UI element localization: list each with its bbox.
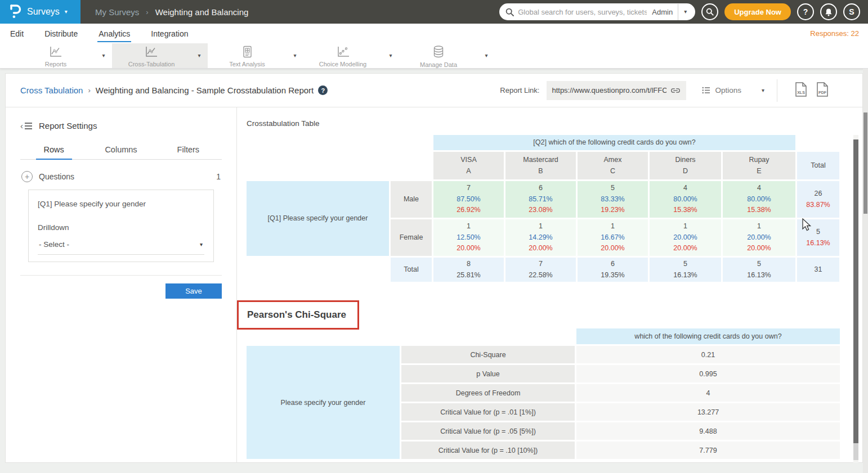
options-label: Options [715,86,741,94]
toolbar-text-analysis-button[interactable]: Text Analysis [208,43,287,68]
toolbar-choice-modelling-button[interactable]: Choice Modelling [303,43,382,68]
xls-label: XLS [797,91,805,94]
toolbar-group-text-analysis: Text Analysis ▾ [208,43,303,68]
chi-column-header: which of the following credit cards do y… [576,328,840,344]
row-question-cell: [Q1] Please specify your gender [247,181,389,256]
collapse-panel-icon[interactable]: ‹ [20,121,32,130]
chi-row-question-cell: Please specify your gender [247,346,400,459]
mouse-cursor [802,218,814,233]
question-card: [Q1] Please specify your gender Drilldow… [28,190,214,262]
col-header-amex: AmexC [578,152,648,179]
navbar-breadcrumb: My Surveys › Weighting and Balancing [95,7,248,17]
report-link-url[interactable]: https://www.questionpro.com/t/lFFCZg [552,86,666,94]
bell-icon [825,8,833,16]
search-scope-label[interactable]: Admin [647,8,678,16]
tab-rows[interactable]: Rows [20,140,87,159]
add-question-button[interactable]: + [21,171,33,182]
line-chart-icon [48,46,63,60]
tab-filters[interactable]: Filters [155,140,222,159]
cross-tabulation-link[interactable]: Cross Tabulation [20,85,83,95]
col-header-rupay: RupayE [723,152,795,179]
global-search: Admin ▾ [499,3,695,20]
panel-tabs: Rows Columns Filters [20,140,222,160]
database-icon [432,45,445,60]
cell-male-visa: 787.50%26.92% [433,181,504,218]
crosstab-column-header-row: VISAA MastercardB AmexC DinersD RupayE T… [247,152,839,179]
survey-menu: Edit Distribute Analytics Integration Re… [0,24,868,43]
col-header-visa: VISAA [433,152,504,179]
column-question-header: [Q2] which of the following credit cards… [433,135,795,150]
save-button[interactable]: Save [165,283,222,299]
drilldown-label: Drilldown [38,223,204,232]
toolbar-cross-tabulation-button[interactable]: Cross-Tabulation [112,43,191,68]
toolbar-reports-caret-icon[interactable]: ▾ [95,43,112,68]
notifications-button[interactable] [820,3,837,20]
breadcrumb-my-surveys[interactable]: My Surveys [95,7,139,17]
content-scrollbar-thumb[interactable] [853,139,858,443]
toolbar-manage-data-button[interactable]: Manage Data [399,43,478,68]
menu-edit[interactable]: Edit [9,25,25,42]
toolbar-cross-tabulation-caret-icon[interactable]: ▾ [191,43,208,68]
list-options-icon [702,87,710,94]
search-button[interactable] [701,3,718,20]
options-button[interactable]: Options ▾ [702,86,764,94]
breadcrumb-separator: › [146,8,148,16]
menu-distribute[interactable]: Distribute [43,25,79,42]
question-text: [Q1] Please specify your gender [38,200,204,208]
top-navbar: Surveys ▾ My Surveys › Weighting and Bal… [0,0,868,24]
report-link-field[interactable]: https://www.questionpro.com/t/lFFCZg [547,81,686,100]
drilldown-select[interactable]: - Select - ▾ [38,240,204,255]
chi-value: 0.21 [576,346,840,363]
cell-total-amex: 619.35% [578,258,648,282]
toolbar-choice-modelling-caret-icon[interactable]: ▾ [382,43,399,68]
toolbar-manage-data-caret-icon[interactable]: ▾ [478,43,495,68]
questionpro-logo-icon [8,3,22,21]
panel-title: Report Settings [39,121,97,130]
col-header-total: Total [797,152,839,179]
document-grid-icon [241,46,253,60]
link-icon[interactable] [670,87,681,94]
cell-male-total: 2683.87% [797,181,839,218]
help-button[interactable]: ? [797,3,814,20]
search-input[interactable] [518,8,647,16]
cell-female-amex: 116.67%20.00% [578,219,648,256]
menu-analytics[interactable]: Analytics [97,25,131,42]
search-scope-caret-icon[interactable]: ▾ [678,9,689,15]
row-label-female: Female [391,219,432,256]
toolbar-reports-button[interactable]: Reports [16,43,95,68]
toolbar-choice-modelling-label: Choice Modelling [319,61,366,67]
cell-female-visa: 112.50%20.00% [433,219,504,256]
cell-male-rupay: 480.00%15.38% [723,181,795,218]
toolbar-text-analysis-label: Text Analysis [229,61,265,67]
report-help-icon[interactable]: ? [318,85,328,95]
cell-total-visa: 825.81% [433,258,504,282]
content-scrollbar-tail [853,443,858,460]
chi-label: Degrees of Freedom [401,384,575,402]
toolbar-text-analysis-caret-icon[interactable]: ▾ [287,43,303,68]
cell-male-diners: 480.00%15.38% [650,181,721,218]
questions-label: Questions [39,172,74,181]
menu-integration[interactable]: Integration [150,25,189,42]
window-scrollbar-track[interactable] [863,69,868,473]
header-divider [777,79,777,102]
toolbar-group-choice-modelling: Choice Modelling ▾ [303,43,399,68]
report-title: Weighting and Balancing - Sample Crossta… [96,85,314,95]
brand-logo[interactable]: Surveys ▾ [0,0,80,24]
content-scrollbar-track[interactable] [853,135,858,463]
scatter-chart-icon [335,46,350,60]
chi-label: Critical Value for (p = .10 [10%]) [401,442,575,459]
chi-square-title-highlight: Pearson's Chi-Square [237,300,359,330]
export-pdf-button[interactable]: PDF [815,82,830,99]
cell-male-amex: 583.33%19.23% [578,181,648,218]
options-caret-icon: ▾ [762,88,764,93]
toolbar-group-manage-data: Manage Data ▾ [399,43,495,68]
window-scrollbar-thumb[interactable] [863,112,867,214]
tab-columns[interactable]: Columns [87,140,154,159]
chi-square-table: which of the following credit cards do y… [245,327,842,461]
avatar[interactable]: S [843,3,860,20]
toolbar-cross-tabulation-label: Cross-Tabulation [128,61,175,67]
export-xls-button[interactable]: XLS [794,82,808,99]
upgrade-now-button[interactable]: Upgrade Now [724,3,791,20]
toolbar-reports-label: Reports [45,61,67,67]
chi-value: 4 [576,384,840,402]
